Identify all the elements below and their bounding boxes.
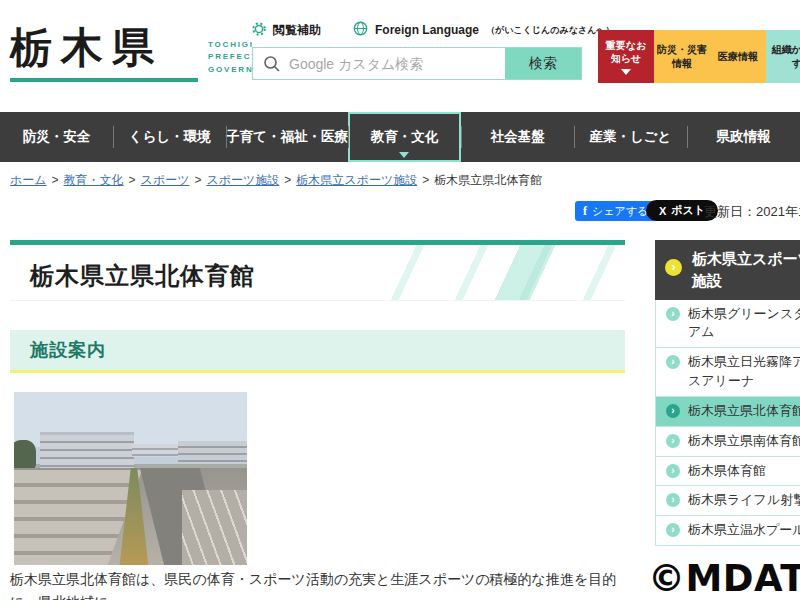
- breadcrumb: ホーム>教育・文化>スポーツ>スポーツ施設>栃木県立スポーツ施設>栃木県立県北体…: [10, 172, 542, 189]
- photo-main-building: [40, 432, 134, 468]
- sidebar-item-nikko-ice-arena[interactable]: › 栃木県立日光霧降アイスアリーナ: [656, 348, 800, 397]
- chevron-right-icon: ›: [666, 434, 680, 448]
- title-decoration: [390, 245, 625, 300]
- quick-link-label: 防災・災害情報: [657, 43, 707, 70]
- search-icon: [263, 55, 281, 77]
- accessibility-link[interactable]: 閲覧補助: [273, 22, 321, 39]
- page-title-block: 栃木県立県北体育館: [10, 240, 625, 301]
- photo-right-building: [178, 441, 247, 463]
- breadcrumb-separator: >: [129, 173, 136, 187]
- quick-link-label: 重要なお知らせ: [601, 39, 651, 66]
- nav-item-infrastructure[interactable]: 社会基盤: [461, 112, 574, 162]
- photo-parking-lines: [182, 490, 247, 565]
- chevron-right-icon: ›: [666, 404, 680, 418]
- breadcrumb-home[interactable]: ホーム: [10, 173, 47, 187]
- chevron-right-icon: ›: [665, 259, 682, 276]
- utility-bar: 閲覧補助 Foreign Language （がいこくじんのみなさんへ）: [252, 21, 615, 39]
- sidebar-sports-facilities: › 栃木県立スポーツ施設 › 栃木県グリーンスタジアム › 栃木県立日光霧降アイ…: [655, 240, 800, 546]
- facebook-share-label: シェアする: [592, 204, 648, 219]
- chevron-right-icon: ›: [666, 355, 680, 369]
- page: 栃木県 TOCHIGI PREFECTURAL GOVERNMENT 閲覧補助 …: [0, 0, 800, 600]
- nav-item-living[interactable]: くらし・環境: [113, 112, 226, 162]
- breadcrumb-sports[interactable]: スポーツ: [141, 173, 190, 187]
- nav-item-education[interactable]: 教育・文化: [348, 112, 461, 162]
- section-heading-facility-guide: 施設案内: [10, 330, 625, 373]
- nav-item-government[interactable]: 県政情報: [687, 112, 800, 162]
- sidebar-item-label: 栃木県グリーンスタジアム: [688, 306, 800, 340]
- breadcrumb-separator: >: [422, 173, 429, 187]
- nav-item-industry[interactable]: 産業・しごと: [574, 112, 687, 162]
- medical-info-button[interactable]: 医療情報: [710, 30, 766, 83]
- logo-underline: [10, 78, 198, 82]
- quick-link-label: 組織から探す: [769, 43, 800, 70]
- chevron-right-icon: ›: [666, 464, 680, 478]
- breadcrumb-pref-sports-facilities[interactable]: 栃木県立スポーツ施設: [296, 173, 417, 187]
- site-logo[interactable]: 栃木県: [10, 20, 163, 76]
- breadcrumb-separator: >: [194, 173, 201, 187]
- sidebar-item-kenboku-gym[interactable]: › 栃木県立県北体育館: [656, 397, 800, 427]
- important-notice-button[interactable]: 重要なお知らせ: [598, 30, 654, 83]
- caret-down-icon: [621, 69, 631, 75]
- breadcrumb-sports-facilities[interactable]: スポーツ施設: [206, 173, 279, 187]
- x-post-label: ポスト: [671, 203, 705, 218]
- quick-links: 重要なお知らせ 防災・災害情報 医療情報 組織から探す: [598, 30, 800, 83]
- photo-parking: [182, 490, 247, 565]
- facility-description: 栃木県立県北体育館は、県民の体育・スポーツ活動の充実と生涯スポーツの積極的な推進…: [10, 568, 628, 600]
- disaster-info-button[interactable]: 防災・災害情報: [654, 30, 710, 83]
- breadcrumb-separator: >: [284, 173, 291, 187]
- chevron-right-icon: ›: [666, 307, 680, 321]
- facility-photo: [14, 392, 247, 565]
- photo-tree: [14, 440, 36, 470]
- facebook-icon: f: [583, 204, 587, 219]
- sidebar-item-label: 栃木県ライフル射撃場: [688, 492, 800, 507]
- nav-item-label: 教育・文化: [371, 128, 439, 146]
- foreign-language-link[interactable]: Foreign Language: [375, 23, 479, 37]
- sidebar-item-label: 栃木県立県北体育館: [688, 403, 800, 418]
- foreign-language-note: （がいこくじんのみなさんへ）: [486, 24, 615, 37]
- nav-item-safety[interactable]: 防災・安全: [0, 112, 113, 162]
- sidebar-item-heated-pool[interactable]: › 栃木県立温水プール館: [656, 516, 800, 546]
- sidebar-item-label: 栃木県立県南体育館: [688, 433, 800, 448]
- breadcrumb-current: 栃木県立県北体育館: [434, 173, 542, 187]
- search-button[interactable]: 検索: [505, 48, 581, 79]
- search-input[interactable]: [253, 48, 505, 79]
- sidebar-list: › 栃木県グリーンスタジアム › 栃木県立日光霧降アイスアリーナ › 栃木県立県…: [655, 300, 800, 547]
- sidebar-item-tochigi-gym[interactable]: › 栃木県体育館: [656, 457, 800, 487]
- global-nav: 防災・安全 くらし・環境 子育て・福祉・医療 教育・文化 社会基盤 産業・しごと…: [0, 112, 800, 162]
- site-search: 検索: [252, 47, 582, 80]
- org-search-button[interactable]: 組織から探す: [766, 30, 800, 83]
- sidebar-item-kennan-gym[interactable]: › 栃木県立県南体育館: [656, 427, 800, 457]
- photo-link-building: [132, 444, 180, 457]
- watermark: ©MDATA: [648, 557, 800, 600]
- nav-active-caret-icon: [399, 152, 409, 158]
- breadcrumb-education[interactable]: 教育・文化: [64, 173, 124, 187]
- updated-date: 更新日：2021年10月: [704, 203, 800, 221]
- sidebar-item-label: 栃木県立日光霧降アイスアリーナ: [688, 354, 800, 388]
- sidebar-item-rifle-range[interactable]: › 栃木県ライフル射撃場: [656, 486, 800, 516]
- sidebar-item-green-stadium[interactable]: › 栃木県グリーンスタジアム: [656, 300, 800, 349]
- sidebar-heading-label: 栃木県立スポーツ施設: [692, 250, 800, 289]
- chevron-right-icon: ›: [666, 493, 680, 507]
- sidebar-heading[interactable]: › 栃木県立スポーツ施設: [655, 240, 800, 300]
- globe-icon: [353, 21, 368, 39]
- chevron-right-icon: ›: [666, 523, 680, 537]
- quick-link-label: 医療情報: [718, 50, 758, 64]
- x-icon: X: [659, 205, 666, 217]
- breadcrumb-separator: >: [52, 173, 59, 187]
- page-title: 栃木県立県北体育館: [30, 260, 255, 292]
- sidebar-item-label: 栃木県体育館: [688, 463, 766, 478]
- sidebar-item-label: 栃木県立温水プール館: [688, 522, 800, 537]
- gear-icon: [252, 22, 266, 39]
- nav-item-childcare[interactable]: 子育て・福祉・医療: [226, 112, 348, 162]
